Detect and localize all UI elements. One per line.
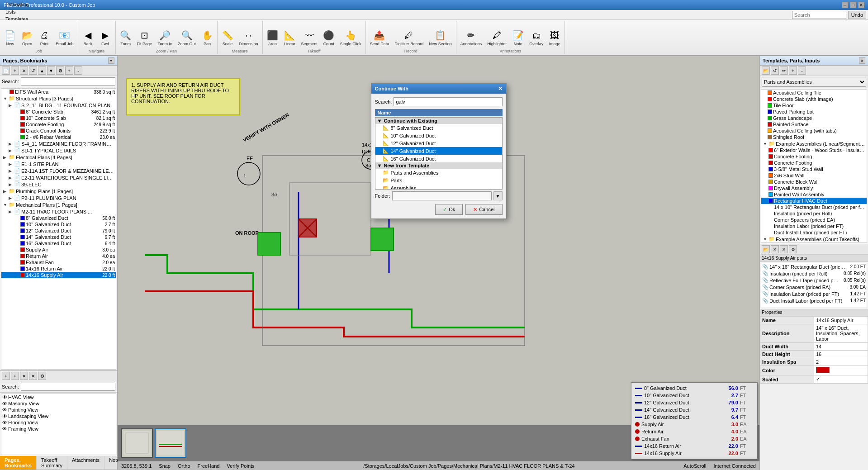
right-tree-item[interactable]: 6" Exterior Walls - Wood Studs - Insulat… xyxy=(761,147,867,153)
dialog-list-item[interactable]: 📐16" Galvanized Duct xyxy=(375,155,502,162)
dialog-ok-button[interactable]: ✓ Ok xyxy=(435,204,463,215)
ribbon-btn-email[interactable]: 📧Email Job xyxy=(53,22,76,48)
pages-search-input[interactable] xyxy=(21,77,115,85)
tree-item[interactable]: ▶📄E1-1 SITE PLAN xyxy=(1,161,116,167)
add-page-btn[interactable]: 📄 xyxy=(2,66,10,75)
ribbon-btn-single_click[interactable]: 👆Single Click xyxy=(338,22,364,48)
view-item[interactable]: 👁Flooring View xyxy=(1,419,116,426)
tree-item[interactable]: 10" Concrete Slab82.1 sq ft xyxy=(1,115,116,121)
delete-btn[interactable]: ✕ xyxy=(20,66,28,75)
canvas-area[interactable]: 1. SUPPLY AIR AND RETURN AIR DUCT RISERS… xyxy=(118,56,759,470)
right-tree-item[interactable]: ▼📁Example Assemblies (Count Takeoffs) xyxy=(761,236,867,242)
views-add2-btn[interactable]: + xyxy=(11,372,19,380)
view-item[interactable]: 👁Masonry View xyxy=(1,400,116,407)
property-value[interactable]: 2 xyxy=(814,358,868,366)
parts-list-item[interactable]: 📎Reflective Foil Tape (priced per Roll)0… xyxy=(761,277,867,284)
parts-list-item[interactable]: 📎14" x 16" Rectangular Duct (priced per … xyxy=(761,263,867,270)
right-tree-item[interactable]: Drywall Assembly xyxy=(761,185,867,191)
ribbon-btn-fwd[interactable]: ▶Fwd xyxy=(97,22,114,48)
views-del2-btn[interactable]: ✕ xyxy=(29,372,37,380)
ribbon-btn-segment[interactable]: 〰Segment xyxy=(299,22,320,48)
tree-item[interactable]: Crack Control Joints223.9 ft xyxy=(1,128,116,134)
parts-list-item[interactable]: 📎Insulation (priced per Roll)0.05 Rol(s) xyxy=(761,270,867,277)
menu-search-input[interactable] xyxy=(792,11,846,19)
view-item[interactable]: 👁HVAC View xyxy=(1,394,116,400)
bottom-tab-attachments[interactable]: Attachments xyxy=(67,456,104,470)
expand-icon[interactable]: ▼ xyxy=(3,96,8,101)
maximize-button[interactable]: □ xyxy=(850,2,856,8)
right-tree-item[interactable]: Painted Surface xyxy=(761,121,867,128)
tree-item[interactable]: ▶📄39-ELEC xyxy=(1,181,116,188)
refresh-btn[interactable]: ↺ xyxy=(29,66,37,75)
expand-icon[interactable]: ▼ xyxy=(3,203,8,207)
close-button[interactable]: ✕ xyxy=(858,2,864,8)
right-tree-item[interactable]: Rectangular HVAC Duct xyxy=(761,198,867,204)
expand-icon[interactable]: ▼ xyxy=(763,142,768,146)
expand-btn[interactable]: + xyxy=(65,66,73,75)
view-item[interactable]: 👁Framing View xyxy=(1,426,116,432)
right-tree-item[interactable]: Concrete Footing xyxy=(761,153,867,160)
bottom-tab-pages,-bookmarks[interactable]: Pages, Bookmarks xyxy=(0,456,37,470)
tree-item[interactable]: ▶📄S-4_11 MEZZANINE FLOOR FRAMING - BLDG … xyxy=(1,140,116,147)
rb-del-btn[interactable]: ✕ xyxy=(771,245,779,253)
tree-item[interactable]: 16" Galvanized Duct6.4 ft xyxy=(1,240,116,247)
add-folder-btn[interactable]: + xyxy=(11,66,19,75)
ribbon-btn-scale[interactable]: 📏Scale xyxy=(219,22,236,48)
dialog-cancel-button[interactable]: ✕ Cancel xyxy=(465,204,502,215)
collapse-left-btn[interactable]: « xyxy=(108,57,114,64)
tree-item[interactable]: ▶📁Electrical Plans [4 Pages] xyxy=(1,154,116,161)
tree-item[interactable]: Supply Air3.0 ea xyxy=(1,247,116,253)
right-tree-item[interactable]: 3-5/8" Metal Stud Wall xyxy=(761,166,867,172)
ribbon-btn-fit_page[interactable]: ⊡Fit Page xyxy=(135,22,155,48)
rt-add-btn[interactable]: + xyxy=(789,66,797,75)
dialog-list-item[interactable]: 📂Parts xyxy=(375,176,502,184)
property-value[interactable]: 14x16 Supply Air xyxy=(814,317,868,324)
section-expand-icon[interactable]: ▼ xyxy=(377,118,382,123)
right-tree-item[interactable]: 4 Way Supply Register xyxy=(761,242,867,243)
property-value[interactable]: 14 xyxy=(814,343,868,351)
right-tree-item[interactable]: Insulation (priced per Roll) xyxy=(761,210,867,217)
views-settings-btn[interactable]: ⚙ xyxy=(38,372,46,380)
expand-icon[interactable]: ▶ xyxy=(9,169,13,173)
tree-item[interactable]: 6" Concrete Slab3461.2 sq ft xyxy=(1,109,116,115)
tree-item[interactable]: ▼📁Mechanical Plans [1 Pages] xyxy=(1,201,116,208)
rt-edit-btn[interactable]: ✏ xyxy=(780,66,788,75)
right-tree-item[interactable]: Insulation Labor (priced per FT) xyxy=(761,223,867,229)
tree-item[interactable]: Concrete Footing249.9 sq ft xyxy=(1,121,116,128)
expand-icon[interactable]: ▶ xyxy=(9,196,13,200)
right-tree-item[interactable]: Concrete Slab (with image) xyxy=(761,96,867,102)
ribbon-btn-dimension[interactable]: ↔Dimension xyxy=(237,22,261,48)
dialog-folder-input[interactable] xyxy=(392,191,492,200)
minimize-button[interactable]: ─ xyxy=(842,2,848,8)
expand-icon[interactable]: ▶ xyxy=(3,189,8,194)
ribbon-btn-pan[interactable]: ✋Pan xyxy=(199,22,215,48)
arrow-down-btn[interactable]: ▼ xyxy=(47,66,55,75)
bottom-tab-takeoff-summary[interactable]: Takeoff Summary xyxy=(37,456,67,470)
ribbon-btn-annotations[interactable]: ✏Annotations xyxy=(458,22,484,48)
dialog-close-button[interactable]: ✕ xyxy=(498,85,503,92)
expand-icon[interactable]: ▼ xyxy=(763,237,768,242)
tree-item[interactable]: 10" Galvanized Duct2.7 ft xyxy=(1,221,116,228)
tree-item[interactable]: ▶📄S-2_11 BLDG - 11 FOUNDATION PLAN xyxy=(1,102,116,109)
views-del-btn[interactable]: ✕ xyxy=(20,372,28,380)
rb-settings-btn[interactable]: ⚙ xyxy=(789,245,797,253)
property-value[interactable]: 14" x 16" Duct, Insulation, Spacers, Lab… xyxy=(814,324,868,343)
view-item[interactable]: 👁Landscaping View xyxy=(1,413,116,419)
collapse-btn[interactable]: - xyxy=(74,66,82,75)
right-tree-item[interactable]: Paved Parking Lot xyxy=(761,109,867,115)
tree-item[interactable]: ▶📄E2-11A 1ST FLOOR & MEZZANINE LEVEL OFF… xyxy=(1,167,116,174)
ribbon-btn-overlay[interactable]: 🗂Overlay xyxy=(527,22,545,48)
expand-icon[interactable]: ▶ xyxy=(3,155,8,160)
right-tree-item[interactable]: Duct Install Labor (priced per FT) xyxy=(761,229,867,236)
rt-del-btn[interactable]: - xyxy=(798,66,806,75)
dialog-list-item[interactable]: 📐12" Galvanized Duct xyxy=(375,139,502,147)
tree-item[interactable]: ▶📄P2-11 PLUMBING PLAN xyxy=(1,195,116,201)
undo-button[interactable]: Undo xyxy=(848,11,866,19)
ribbon-btn-zoom_in[interactable]: 🔎Zoom In xyxy=(155,22,175,48)
ribbon-btn-new_section[interactable]: 📋New Section xyxy=(427,22,454,48)
ribbon-btn-new[interactable]: 📄New xyxy=(2,22,18,48)
expand-icon[interactable]: ▶ xyxy=(9,148,13,153)
tree-item[interactable]: 14x16 Return Air22.0 ft xyxy=(1,266,116,272)
rb-open-btn[interactable]: 📂 xyxy=(762,245,770,253)
settings-btn[interactable]: ⚙ xyxy=(56,66,64,75)
